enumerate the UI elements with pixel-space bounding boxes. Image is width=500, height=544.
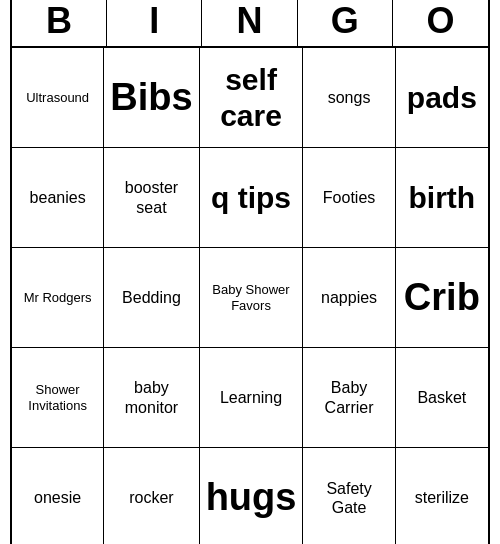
bingo-cell: rocker (104, 448, 199, 544)
bingo-cell: sterilize (396, 448, 488, 544)
bingo-cell: Bedding (104, 248, 199, 348)
bingo-cell: Mr Rodgers (12, 248, 104, 348)
bingo-cell: Learning (200, 348, 304, 448)
bingo-cell: Shower Invitations (12, 348, 104, 448)
bingo-cell: songs (303, 48, 395, 148)
cell-text: beanies (30, 188, 86, 207)
bingo-cell: hugs (200, 448, 304, 544)
bingo-header: BINGO (12, 0, 488, 48)
bingo-cell: Safety Gate (303, 448, 395, 544)
cell-text: self care (206, 62, 297, 134)
cell-text: Baby Carrier (309, 378, 388, 416)
bingo-cell: self care (200, 48, 304, 148)
bingo-cell: Baby Carrier (303, 348, 395, 448)
cell-text: hugs (206, 475, 297, 521)
cell-text: Bibs (110, 75, 192, 121)
cell-text: Mr Rodgers (24, 290, 92, 306)
cell-text: booster seat (110, 178, 192, 216)
header-letter: G (298, 0, 393, 46)
bingo-cell: baby monitor (104, 348, 199, 448)
bingo-cell: Footies (303, 148, 395, 248)
bingo-cell: nappies (303, 248, 395, 348)
bingo-cell: Crib (396, 248, 488, 348)
cell-text: Crib (404, 275, 480, 321)
bingo-cell: Ultrasound (12, 48, 104, 148)
cell-text: Baby Shower Favors (206, 282, 297, 313)
cell-text: baby monitor (110, 378, 192, 416)
bingo-grid: UltrasoundBibsself caresongspadsbeaniesb… (12, 48, 488, 544)
bingo-card: BINGO UltrasoundBibsself caresongspadsbe… (10, 0, 490, 544)
bingo-cell: birth (396, 148, 488, 248)
bingo-cell: beanies (12, 148, 104, 248)
bingo-cell: q tips (200, 148, 304, 248)
header-letter: O (393, 0, 488, 46)
cell-text: Ultrasound (26, 90, 89, 106)
cell-text: Learning (220, 388, 282, 407)
bingo-cell: booster seat (104, 148, 199, 248)
cell-text: Shower Invitations (18, 382, 97, 413)
cell-text: sterilize (415, 488, 469, 507)
cell-text: songs (328, 88, 371, 107)
cell-text: onesie (34, 488, 81, 507)
cell-text: Footies (323, 188, 375, 207)
bingo-cell: onesie (12, 448, 104, 544)
header-letter: B (12, 0, 107, 46)
cell-text: nappies (321, 288, 377, 307)
cell-text: rocker (129, 488, 173, 507)
cell-text: q tips (211, 180, 291, 216)
bingo-cell: Basket (396, 348, 488, 448)
bingo-cell: Bibs (104, 48, 199, 148)
cell-text: birth (409, 180, 476, 216)
header-letter: I (107, 0, 202, 46)
cell-text: Basket (417, 388, 466, 407)
cell-text: Bedding (122, 288, 181, 307)
header-letter: N (202, 0, 297, 46)
cell-text: pads (407, 80, 477, 116)
bingo-cell: Baby Shower Favors (200, 248, 304, 348)
cell-text: Safety Gate (309, 479, 388, 517)
bingo-cell: pads (396, 48, 488, 148)
